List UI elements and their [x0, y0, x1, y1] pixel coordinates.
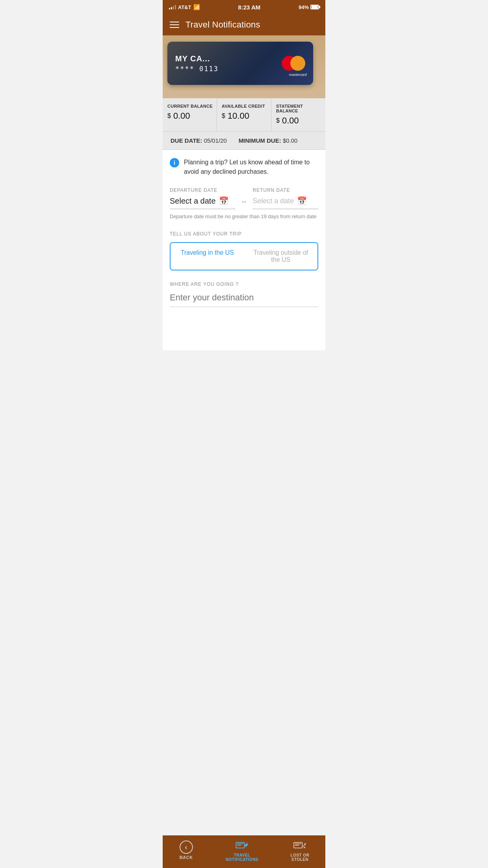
nav-travel-label: TRAVELNOTIFICATIONS	[226, 853, 259, 862]
return-calendar-icon[interactable]: 📅	[297, 196, 307, 206]
travel-notifications-icon	[235, 840, 249, 850]
info-box: i Planning a trip? Let us know ahead of …	[170, 158, 318, 177]
departure-calendar-icon[interactable]: 📅	[219, 196, 229, 206]
due-date-item: DUE DATE: 05/01/20	[171, 137, 227, 144]
signal-bars	[169, 5, 176, 9]
return-date-placeholder: Select a date	[253, 197, 294, 205]
minimum-due-label: MINIMUM DUE:	[238, 137, 281, 144]
available-credit-amount: $ 10.00	[222, 111, 267, 121]
card-area: MY CA... **** 0113 mastercard	[163, 35, 325, 98]
return-date-input-row[interactable]: Select a date 📅	[253, 196, 318, 209]
card-name: MY CA...	[175, 54, 218, 63]
current-balance-label: CURRENT BALANCE	[167, 104, 213, 108]
return-date-field[interactable]: RETURN DATE Select a date 📅	[253, 188, 318, 209]
trip-option-us[interactable]: Traveling in the US	[171, 243, 244, 270]
trip-section-label: TELL US ABOUT YOUR TRIP	[170, 231, 318, 237]
current-balance-amount: $ 0.00	[167, 111, 213, 121]
battery-percent: 94%	[299, 4, 309, 10]
svg-rect-2	[237, 845, 241, 846]
lost-stolen-icon	[293, 840, 306, 850]
svg-rect-5	[295, 845, 299, 846]
due-date-value: 05/01/20	[204, 137, 227, 144]
nav-back[interactable]: ‹ BACK	[179, 841, 194, 860]
return-date-label: RETURN DATE	[253, 188, 318, 193]
minimum-due-item: MINIMUM DUE: $0.00	[238, 137, 297, 144]
mastercard-text: mastercard	[289, 73, 306, 77]
statement-balance-amount: $ 0.00	[276, 116, 321, 126]
departure-date-placeholder: Select a date	[170, 197, 216, 206]
due-date-bar: DUE DATE: 05/01/20 MINIMUM DUE: $0.00	[163, 132, 325, 150]
nav-lost-stolen-label: LOST ORSTOLEN	[290, 853, 309, 862]
available-credit-label: AVAILABLE CREDIT	[222, 104, 267, 108]
main-content: i Planning a trip? Let us know ahead of …	[163, 150, 325, 350]
available-credit-item: AVAILABLE CREDIT $ 10.00	[217, 98, 271, 131]
mastercard-logo: mastercard	[282, 55, 305, 71]
date-row: DEPARTURE DATE Select a date 📅 -- RETURN…	[170, 188, 318, 209]
mastercard-orange-circle	[290, 56, 305, 71]
departure-date-input-row[interactable]: Select a date 📅	[170, 196, 235, 209]
balance-section: CURRENT BALANCE $ 0.00 AVAILABLE CREDIT …	[163, 98, 325, 132]
current-balance-item: CURRENT BALANCE $ 0.00	[163, 98, 217, 131]
svg-rect-1	[237, 844, 243, 844]
card-number: **** 0113	[175, 65, 218, 73]
date-hint: Departure date must be no greater than 1…	[170, 213, 318, 220]
status-left: AT&T 📶	[169, 4, 200, 10]
date-separator: --	[242, 198, 246, 209]
status-time: 8:23 AM	[238, 4, 261, 11]
statement-balance-item: STATEMENT BALANCE $ 0.00	[272, 98, 325, 131]
due-date-label: DUE DATE:	[171, 137, 202, 144]
app-header: Travel Notifications	[163, 14, 325, 35]
info-message: Planning a trip? Let us know ahead of ti…	[184, 158, 318, 177]
svg-rect-4	[295, 844, 301, 844]
status-right: 94%	[299, 4, 319, 10]
card-info: MY CA... **** 0113	[175, 54, 218, 73]
trip-toggle[interactable]: Traveling in the US Traveling outside of…	[170, 242, 318, 270]
minimum-due-value: $0.00	[283, 137, 298, 144]
trip-option-outside-us[interactable]: Traveling outside of the US	[244, 243, 317, 270]
info-icon: i	[170, 158, 179, 167]
destination-label: WHERE ARE YOU GOING ?	[170, 281, 318, 287]
nav-back-label: BACK	[180, 855, 193, 860]
departure-date-label: DEPARTURE DATE	[170, 188, 235, 193]
menu-button[interactable]	[170, 22, 179, 28]
svg-point-6	[305, 843, 306, 845]
bottom-nav: ‹ BACK TRAVELNOTIFICATIONS	[163, 835, 325, 868]
nav-travel-notifications[interactable]: TRAVELNOTIFICATIONS	[226, 839, 259, 862]
status-bar: AT&T 📶 8:23 AM 94%	[163, 0, 325, 14]
page-title: Travel Notifications	[185, 20, 260, 30]
back-circle-icon: ‹	[180, 840, 193, 854]
carrier-label: AT&T	[178, 4, 191, 10]
destination-input[interactable]	[170, 292, 318, 307]
statement-balance-label: STATEMENT BALANCE	[276, 104, 321, 113]
departure-date-field[interactable]: DEPARTURE DATE Select a date 📅	[170, 188, 235, 209]
nav-lost-stolen[interactable]: LOST ORSTOLEN	[290, 839, 309, 862]
credit-card[interactable]: MY CA... **** 0113 mastercard	[167, 42, 313, 85]
wifi-icon: 📶	[193, 4, 200, 10]
battery-icon	[310, 5, 319, 9]
